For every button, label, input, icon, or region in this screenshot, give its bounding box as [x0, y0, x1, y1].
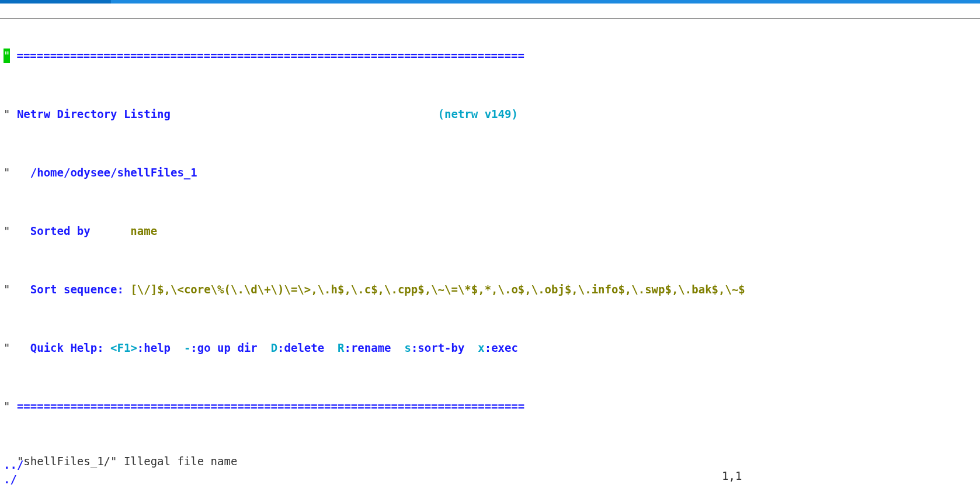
status-message: "shellFiles_1/" Illegal file name — [17, 455, 238, 468]
help-desc: :rename — [344, 341, 391, 354]
header-divider — [0, 18, 980, 19]
help-desc: :delete — [277, 341, 324, 354]
editor-area[interactable]: " ======================================… — [0, 4, 980, 488]
header-rule-top: " ======================================… — [4, 49, 976, 63]
help-desc: :sort-by — [411, 341, 465, 354]
help-key: s — [391, 341, 411, 354]
help-key: R — [324, 341, 344, 354]
header-rule-bottom: " ======================================… — [4, 399, 976, 414]
help-desc: :go up dir — [190, 341, 257, 354]
help-desc: :help — [137, 341, 171, 354]
cursor: " — [4, 49, 10, 63]
help-desc: :exec — [485, 341, 518, 354]
header-title-row: " Netrw Directory Listing (netrw v149) — [4, 107, 976, 122]
help-key: D — [258, 341, 277, 354]
header-help-row: " Quick Help: <F1>:help -:go up dir D:de… — [4, 341, 976, 355]
help-key: - — [171, 341, 190, 354]
help-key: x — [464, 341, 484, 354]
header-path-row: " /home/odysee/shellFiles_1 — [4, 165, 976, 180]
header-sorted-by-row: " Sorted by name — [4, 224, 976, 238]
header-sort-seq-row: " Sort sequence: [\/]$,\<core\%(\.\d\+\)… — [4, 282, 976, 297]
cursor-position: 1,1 — [722, 469, 742, 483]
window-top-accent — [0, 0, 111, 4]
help-key: <F1> — [110, 341, 137, 354]
status-line: "shellFiles_1/" Illegal file name 1,1 — [4, 439, 976, 483]
